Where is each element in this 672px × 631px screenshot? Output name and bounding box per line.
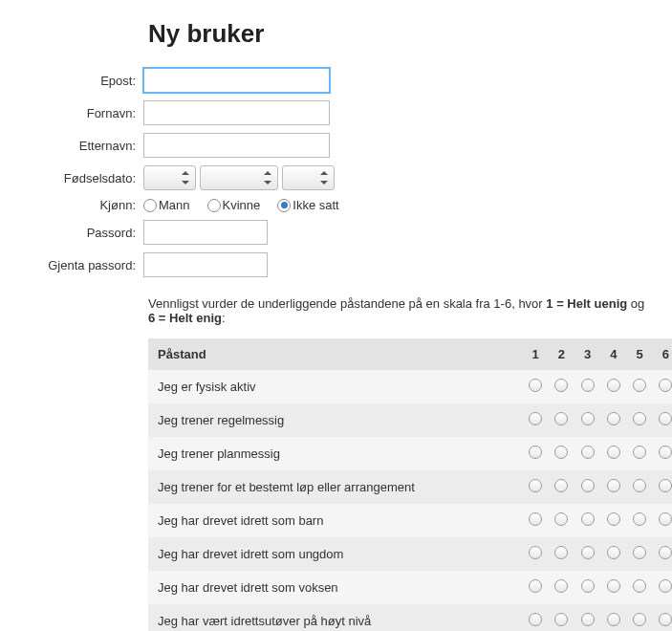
survey-header-4: 4 xyxy=(600,338,626,370)
survey-radio[interactable] xyxy=(607,579,620,593)
chevron-updown-icon xyxy=(264,171,271,185)
survey-statement: Jeg er fysisk aktiv xyxy=(148,370,523,403)
survey-statement: Jeg trener regelmessig xyxy=(148,403,523,437)
firstname-field[interactable] xyxy=(143,100,330,125)
survey-row: Jeg har drevet idrett som barn xyxy=(148,504,672,537)
survey-radio[interactable] xyxy=(659,379,672,392)
survey-radio[interactable] xyxy=(529,379,542,392)
survey-statement: Jeg trener for et bestemt løp eller arra… xyxy=(148,470,523,504)
survey-radio[interactable] xyxy=(607,412,620,425)
chevron-updown-icon xyxy=(320,171,328,185)
gender-male-label: Mann xyxy=(159,198,190,212)
survey-row: Jeg trener regelmessig xyxy=(148,403,672,437)
survey-header-3: 3 xyxy=(574,338,600,370)
survey-header-2: 2 xyxy=(549,338,574,370)
repeat-password-field[interactable] xyxy=(143,252,268,277)
survey-radio[interactable] xyxy=(554,546,568,559)
birthdate-day-select[interactable] xyxy=(143,165,196,190)
survey-radio[interactable] xyxy=(659,546,672,559)
survey-radio[interactable] xyxy=(581,546,595,559)
firstname-label: Fornavn: xyxy=(38,106,143,120)
survey-header-statement: Påstand xyxy=(148,338,523,370)
repeat-password-label: Gjenta passord: xyxy=(38,258,143,272)
survey-radio[interactable] xyxy=(529,579,542,593)
survey-radio[interactable] xyxy=(659,412,672,425)
survey-radio[interactable] xyxy=(659,579,672,593)
survey-radio[interactable] xyxy=(529,512,542,526)
survey-radio[interactable] xyxy=(529,613,542,626)
survey-radio[interactable] xyxy=(607,379,620,392)
survey-radio[interactable] xyxy=(633,379,646,392)
survey-radio[interactable] xyxy=(529,546,542,559)
survey-radio[interactable] xyxy=(633,412,646,425)
survey-radio[interactable] xyxy=(581,412,595,425)
survey-radio[interactable] xyxy=(554,512,568,526)
survey-radio[interactable] xyxy=(581,579,595,593)
email-label: Epost: xyxy=(38,74,143,88)
survey-header-6: 6 xyxy=(653,338,672,370)
survey-radio[interactable] xyxy=(659,512,672,526)
survey-instructions: Vennligst vurder de underliggende påstan… xyxy=(148,296,653,325)
email-field[interactable] xyxy=(143,68,330,93)
survey-radio[interactable] xyxy=(529,446,542,459)
survey-radio[interactable] xyxy=(633,446,646,459)
survey-row: Jeg trener for et bestemt løp eller arra… xyxy=(148,470,672,504)
survey-radio[interactable] xyxy=(554,446,568,459)
survey-row: Jeg har drevet idrett som voksen xyxy=(148,571,672,604)
gender-label: Kjønn: xyxy=(38,198,143,212)
survey-header-5: 5 xyxy=(627,338,653,370)
chevron-updown-icon xyxy=(182,171,189,185)
survey-radio[interactable] xyxy=(607,479,620,492)
survey-radio[interactable] xyxy=(554,412,568,425)
gender-radio-unset[interactable] xyxy=(277,199,291,212)
gender-radio-female[interactable] xyxy=(207,199,221,212)
survey-statement: Jeg har drevet idrett som ungdom xyxy=(148,537,523,571)
survey-radio[interactable] xyxy=(633,512,646,526)
survey-radio[interactable] xyxy=(529,479,542,492)
survey-radio[interactable] xyxy=(581,379,595,392)
survey-radio[interactable] xyxy=(554,379,568,392)
survey-radio[interactable] xyxy=(633,579,646,593)
survey-row: Jeg er fysisk aktiv xyxy=(148,370,672,403)
survey-radio[interactable] xyxy=(581,446,595,459)
survey-radio[interactable] xyxy=(581,479,595,492)
gender-radio-group: Mann Kvinne Ikke satt xyxy=(143,198,339,212)
survey-table: Påstand 1 2 3 4 5 6 Jeg er fysisk aktivJ… xyxy=(148,338,672,631)
lastname-field[interactable] xyxy=(143,133,330,158)
survey-radio[interactable] xyxy=(659,446,672,459)
survey-radio[interactable] xyxy=(554,613,568,626)
survey-radio[interactable] xyxy=(554,479,568,492)
survey-radio[interactable] xyxy=(581,613,595,626)
gender-unset-label: Ikke satt xyxy=(293,198,338,212)
survey-row: Jeg har vært idrettsutøver på høyt nivå xyxy=(148,604,672,631)
survey-radio[interactable] xyxy=(607,512,620,526)
birthdate-year-select[interactable] xyxy=(282,165,335,190)
lastname-label: Etternavn: xyxy=(38,139,143,153)
survey-radio[interactable] xyxy=(607,613,620,626)
survey-radio[interactable] xyxy=(607,546,620,559)
password-label: Passord: xyxy=(38,226,143,240)
survey-radio[interactable] xyxy=(607,446,620,459)
page-title: Ny bruker xyxy=(148,19,653,49)
survey-header-1: 1 xyxy=(523,338,549,370)
survey-row: Jeg trener planmessig xyxy=(148,437,672,470)
survey-radio[interactable] xyxy=(633,546,646,559)
birthdate-label: Fødselsdato: xyxy=(38,171,143,185)
password-field[interactable] xyxy=(143,220,268,245)
survey-radio[interactable] xyxy=(659,479,672,492)
survey-statement: Jeg trener planmessig xyxy=(148,437,523,470)
gender-radio-male[interactable] xyxy=(143,199,157,212)
survey-radio[interactable] xyxy=(581,512,595,526)
gender-female-label: Kvinne xyxy=(223,198,261,212)
survey-radio[interactable] xyxy=(633,479,646,492)
survey-statement: Jeg har drevet idrett som barn xyxy=(148,504,523,537)
survey-radio[interactable] xyxy=(554,579,568,593)
survey-statement: Jeg har vært idrettsutøver på høyt nivå xyxy=(148,604,523,631)
survey-row: Jeg har drevet idrett som ungdom xyxy=(148,537,672,571)
survey-statement: Jeg har drevet idrett som voksen xyxy=(148,571,523,604)
survey-radio[interactable] xyxy=(633,613,646,626)
birthdate-month-select[interactable] xyxy=(200,165,278,190)
survey-radio[interactable] xyxy=(659,613,672,626)
survey-radio[interactable] xyxy=(529,412,542,425)
